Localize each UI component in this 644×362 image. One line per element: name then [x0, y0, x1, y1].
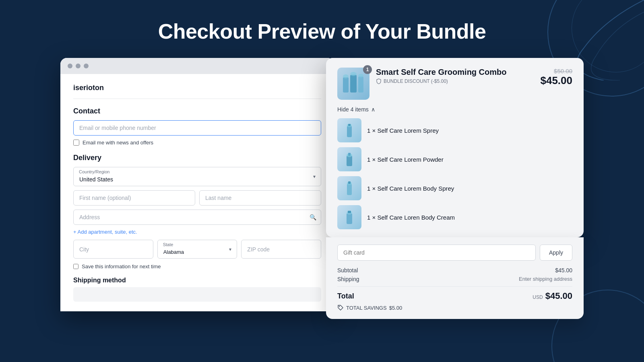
order-summary-panel: 1 Smart Self Care Grooming Combo BUNDLE … — [326, 58, 584, 319]
newsletter-row: Email me with news and offers — [73, 140, 321, 146]
content-area: iserioton Contact Email me with news and… — [0, 58, 644, 319]
country-label: Country/Region — [79, 169, 109, 174]
bundle-header: 1 Smart Self Care Grooming Combo BUNDLE … — [337, 68, 572, 100]
name-row — [73, 190, 321, 206]
bundle-prices: $50.00 $45.00 — [540, 68, 572, 87]
savings-label: TOTAL SAVINGS — [346, 305, 387, 311]
checkout-window: iserioton Contact Email me with news and… — [60, 58, 334, 311]
product-bottle-1-icon — [344, 122, 355, 139]
svg-rect-12 — [347, 184, 352, 195]
window-dot-3 — [84, 64, 89, 68]
first-name-input[interactable] — [73, 190, 195, 206]
product-name-3: 1 × Self Care Lorem Body Sprey — [367, 185, 454, 192]
window-titlebar — [60, 58, 334, 74]
address-input[interactable] — [73, 210, 321, 225]
email-input[interactable] — [73, 120, 321, 136]
save-info-row: Save this information for next time — [73, 263, 321, 269]
svg-rect-6 — [347, 126, 352, 137]
gift-card-row: Apply — [337, 245, 572, 261]
product-item-3: 1 × Self Care Lorem Body Sprey — [337, 176, 572, 200]
product-bottle-4-icon — [344, 209, 355, 226]
svg-point-4 — [350, 72, 357, 76]
svg-rect-17 — [348, 211, 351, 213]
total-right: USD $45.00 — [533, 291, 572, 301]
save-info-label: Save this information for next time — [82, 263, 161, 269]
address-search-icon: 🔍 — [310, 214, 316, 220]
zip-input[interactable] — [241, 240, 321, 259]
shield-icon — [376, 78, 382, 84]
product-name-4: 1 × Self Care Loren Body Cream — [367, 214, 455, 221]
window-dot-2 — [76, 64, 80, 68]
product-item-1: 1 × Self Care Lorem Sprey — [337, 118, 572, 142]
store-name: iserioton — [73, 84, 321, 99]
shipping-method-placeholder — [73, 287, 321, 302]
delivery-section: Delivery Country/Region United States ▾ — [73, 154, 321, 302]
shipping-method-title: Shipping method — [73, 277, 321, 284]
apply-button[interactable]: Apply — [540, 245, 572, 261]
product-thumbnail-1 — [337, 118, 361, 142]
bundle-image-wrap: 1 — [337, 68, 369, 100]
city-input[interactable] — [73, 240, 153, 259]
shipping-label: Shipping — [337, 276, 359, 282]
total-row: Total USD $45.00 — [337, 286, 572, 301]
subtotal-value: $45.00 — [555, 267, 572, 274]
bundle-title: Smart Self Care Grooming Combo — [376, 68, 534, 77]
svg-point-5 — [358, 74, 363, 78]
add-apartment-link[interactable]: + Add apartment, suite, etc. — [73, 229, 137, 235]
state-label: State — [163, 242, 173, 247]
subtotal-label: Subtotal — [337, 267, 358, 274]
savings-amount: $5.00 — [389, 305, 402, 311]
total-currency: USD — [533, 294, 543, 300]
newsletter-checkbox[interactable] — [73, 140, 79, 146]
product-thumbnail-3 — [337, 176, 361, 200]
city-state-zip-row: State Alabama ▾ — [73, 240, 321, 259]
bundle-info: Smart Self Care Grooming Combo BUNDLE DI… — [376, 68, 534, 86]
subtotal-row: Subtotal $45.00 — [337, 267, 572, 274]
checkout-body: iserioton Contact Email me with news and… — [60, 74, 334, 311]
window-dot-1 — [68, 64, 72, 68]
svg-point-3 — [343, 74, 349, 78]
payment-section: Apply Subtotal $45.00 Shipping Enter shi… — [326, 237, 584, 319]
svg-rect-2 — [358, 76, 363, 93]
svg-rect-11 — [348, 153, 351, 156]
country-select[interactable]: United States — [73, 167, 321, 186]
product-bottle-2-icon — [344, 151, 355, 168]
newsletter-label: Email me with news and offers — [83, 140, 153, 146]
gift-card-input[interactable] — [337, 245, 536, 261]
total-label: Total — [337, 292, 354, 300]
svg-rect-0 — [343, 77, 349, 93]
summary-rows: Subtotal $45.00 Shipping Enter shipping … — [337, 267, 572, 282]
product-bottle-3-icon — [344, 180, 355, 197]
svg-rect-15 — [347, 213, 352, 224]
tag-icon — [337, 304, 344, 311]
state-select-wrapper: State Alabama ▾ — [157, 240, 237, 259]
product-list: 1 × Self Care Lorem Sprey 1 × Self Care … — [337, 118, 572, 229]
country-select-wrapper: Country/Region United States ▾ — [73, 167, 321, 186]
total-amount: $45.00 — [545, 291, 572, 301]
last-name-input[interactable] — [199, 190, 321, 206]
svg-rect-1 — [350, 75, 357, 93]
bundle-badge: 1 — [363, 65, 372, 74]
bundle-discount-badge: BUNDLE DISCOUNT (-$5.00) — [376, 78, 534, 84]
savings-row: TOTAL SAVINGS $5.00 — [337, 304, 572, 311]
product-thumbnail-4 — [337, 205, 361, 229]
svg-rect-8 — [348, 124, 351, 126]
product-name-1: 1 × Self Care Lorem Sprey — [367, 127, 439, 134]
address-wrapper: 🔍 — [73, 210, 321, 225]
save-info-checkbox[interactable] — [73, 264, 78, 269]
chevron-up-icon: ∧ — [371, 106, 375, 113]
hide-items-label: Hide 4 items — [337, 106, 369, 113]
svg-rect-9 — [347, 156, 352, 166]
svg-point-18 — [339, 306, 340, 307]
svg-rect-14 — [348, 181, 351, 184]
bundle-original-price: $50.00 — [540, 68, 572, 74]
contact-section-title: Contact — [73, 107, 321, 115]
bundle-final-price: $45.00 — [540, 74, 572, 86]
shipping-row: Shipping Enter shipping address — [337, 276, 572, 282]
product-thumbnail-2 — [337, 147, 361, 171]
bundle-card: 1 Smart Self Care Grooming Combo BUNDLE … — [326, 58, 584, 237]
hide-items-row[interactable]: Hide 4 items ∧ — [337, 106, 572, 113]
discount-label: BUNDLE DISCOUNT (-$5.00) — [384, 78, 448, 84]
product-item-2: 1 × Self Care Lorem Powder — [337, 147, 572, 171]
delivery-section-title: Delivery — [73, 154, 321, 162]
